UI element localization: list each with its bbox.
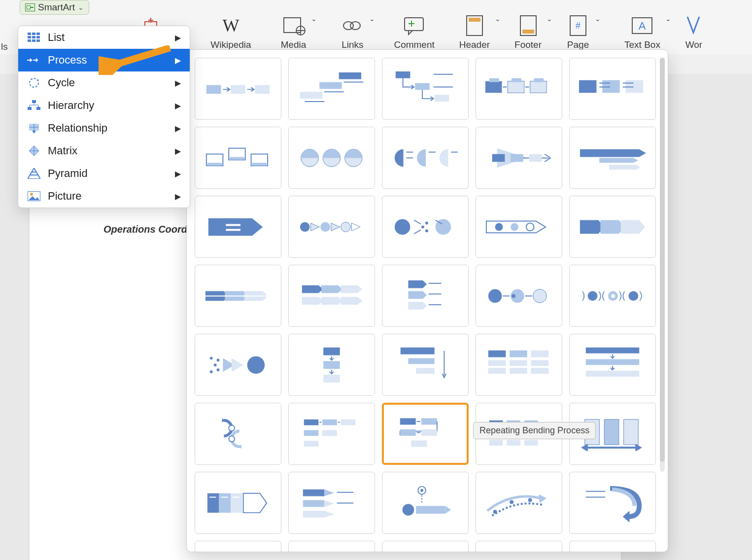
gallery-thumbnail[interactable] bbox=[288, 196, 375, 258]
gallery-thumbnail[interactable] bbox=[288, 334, 375, 396]
list-icon bbox=[27, 32, 41, 43]
gallery-thumbnail[interactable] bbox=[476, 58, 562, 120]
ribbon-label: Footer bbox=[514, 39, 542, 50]
gallery-thumbnail[interactable] bbox=[476, 265, 562, 327]
gallery-thumbnail[interactable] bbox=[382, 196, 469, 258]
svg-point-124 bbox=[210, 356, 213, 359]
svg-point-120 bbox=[611, 294, 615, 298]
ribbon-label: Wor bbox=[685, 39, 702, 50]
submenu-arrow-icon: ▶ bbox=[175, 124, 181, 133]
svg-rect-130 bbox=[323, 347, 340, 355]
ribbon-footer[interactable]: Footer ⌄ bbox=[510, 2, 547, 52]
smartart-dropdown-label: SmartArt bbox=[38, 2, 75, 13]
svg-rect-161 bbox=[421, 429, 437, 436]
svg-point-113 bbox=[533, 289, 547, 303]
scrollbar-thumb[interactable] bbox=[660, 58, 665, 462]
svg-rect-183 bbox=[303, 489, 324, 496]
ribbon-page[interactable]: # Page ⌄ bbox=[561, 2, 595, 52]
gallery-thumbnail[interactable] bbox=[195, 472, 281, 534]
svg-rect-56 bbox=[435, 95, 449, 102]
gallery-thumbnail[interactable] bbox=[569, 334, 656, 396]
gallery-thumbnail[interactable] bbox=[195, 541, 281, 552]
document-visible-text: Operations Coord bbox=[103, 224, 187, 235]
gallery-thumbnail[interactable] bbox=[382, 265, 469, 327]
menu-item-process[interactable]: Process ▶ bbox=[18, 49, 190, 71]
menu-item-hierarchy[interactable]: Hierarchy ▶ bbox=[18, 94, 190, 117]
gallery-thumbnail[interactable] bbox=[382, 127, 469, 189]
smartart-dropdown-button[interactable]: SmartArt ⌄ bbox=[20, 0, 89, 15]
svg-rect-175 bbox=[604, 419, 619, 444]
gallery-thumbnail[interactable] bbox=[382, 403, 469, 465]
ribbon-header[interactable]: Header ⌄ bbox=[454, 2, 495, 52]
svg-rect-151 bbox=[322, 419, 337, 425]
gallery-thumbnail[interactable] bbox=[476, 541, 562, 552]
ribbon-textbox[interactable]: A Text Box ⌄ bbox=[619, 2, 665, 52]
svg-rect-59 bbox=[485, 81, 502, 93]
svg-rect-63 bbox=[512, 78, 521, 82]
svg-rect-89 bbox=[609, 165, 636, 170]
gallery-thumbnail[interactable] bbox=[476, 196, 562, 258]
menu-item-matrix[interactable]: Matrix ▶ bbox=[18, 140, 190, 162]
svg-rect-45 bbox=[206, 85, 221, 94]
gallery-thumbnail[interactable]: + bbox=[382, 541, 469, 552]
svg-line-100 bbox=[414, 230, 421, 234]
menu-item-picture[interactable]: Picture ▶ bbox=[18, 185, 190, 208]
gallery-thumbnail[interactable] bbox=[195, 334, 281, 396]
menu-item-label: List bbox=[48, 31, 65, 44]
svg-point-95 bbox=[395, 219, 410, 235]
svg-rect-140 bbox=[510, 360, 527, 366]
menu-item-pyramid[interactable]: Pyramid ▶ bbox=[18, 162, 190, 185]
gallery-thumbnail[interactable] bbox=[569, 127, 656, 189]
gallery-thumbnail[interactable] bbox=[569, 472, 656, 534]
gallery-thumbnail[interactable] bbox=[288, 472, 375, 534]
menu-item-relationship[interactable]: Relationship ▶ bbox=[18, 117, 190, 140]
svg-rect-75 bbox=[230, 157, 244, 160]
gallery-thumbnail[interactable]: ))()() bbox=[569, 265, 656, 327]
ribbon-wikipedia[interactable]: W Wikipedia bbox=[205, 2, 256, 52]
svg-rect-24 bbox=[32, 36, 35, 38]
ribbon-wordart-truncated[interactable]: Wor bbox=[677, 2, 711, 52]
menu-item-list[interactable]: List ▶ bbox=[18, 26, 190, 49]
menu-item-label: Process bbox=[48, 54, 87, 67]
gallery-thumbnail[interactable] bbox=[476, 334, 562, 396]
gallery-thumbnail[interactable] bbox=[382, 58, 469, 120]
svg-rect-21 bbox=[32, 33, 35, 35]
ribbon-media[interactable]: Media ⌄ bbox=[276, 2, 311, 52]
gallery-thumbnail[interactable] bbox=[288, 58, 375, 120]
svg-rect-55 bbox=[415, 83, 430, 90]
gallery-thumbnail[interactable] bbox=[195, 127, 281, 189]
gallery-thumbnail[interactable] bbox=[195, 265, 281, 327]
gallery-thumbnail[interactable] bbox=[569, 196, 656, 258]
gallery-thumbnail[interactable] bbox=[382, 472, 469, 534]
menu-item-label: Relationship bbox=[48, 122, 107, 135]
gallery-thumbnail[interactable]: += bbox=[288, 541, 375, 552]
gallery-thumbnail[interactable] bbox=[569, 58, 656, 120]
ribbon-links[interactable]: Links ⌄ bbox=[336, 2, 369, 52]
svg-rect-144 bbox=[531, 368, 548, 374]
svg-rect-61 bbox=[530, 81, 547, 93]
gallery-thumbnail[interactable] bbox=[569, 541, 656, 552]
gallery-thumbnail[interactable] bbox=[288, 265, 375, 327]
svg-rect-146 bbox=[586, 359, 639, 365]
svg-point-103 bbox=[495, 223, 503, 231]
svg-text:)(: )( bbox=[619, 290, 626, 301]
gallery-thumbnail[interactable] bbox=[195, 403, 281, 465]
gallery-thumbnail[interactable] bbox=[195, 196, 281, 258]
menu-item-cycle[interactable]: Cycle ▶ bbox=[18, 71, 190, 94]
gallery-thumbnail[interactable] bbox=[476, 127, 562, 189]
gallery-thumbnail[interactable] bbox=[476, 472, 562, 534]
chevron-down-icon: ⌄ bbox=[369, 15, 375, 23]
gallery-thumbnail[interactable] bbox=[195, 58, 281, 120]
submenu-arrow-icon: ▶ bbox=[175, 146, 181, 156]
gallery-thumbnail[interactable] bbox=[288, 403, 375, 465]
svg-text:#: # bbox=[576, 21, 581, 31]
svg-rect-136 bbox=[488, 350, 506, 357]
gallery-scrollbar[interactable] bbox=[660, 58, 665, 472]
svg-rect-170 bbox=[507, 440, 520, 446]
gallery-thumbnail[interactable] bbox=[382, 334, 469, 396]
chevron-down-icon: ⌄ bbox=[665, 15, 671, 23]
gallery-thumbnail[interactable] bbox=[288, 127, 375, 189]
ribbon-comment[interactable]: Comment bbox=[389, 2, 439, 52]
submenu-arrow-icon: ▶ bbox=[175, 192, 181, 201]
svg-point-192 bbox=[493, 510, 497, 514]
